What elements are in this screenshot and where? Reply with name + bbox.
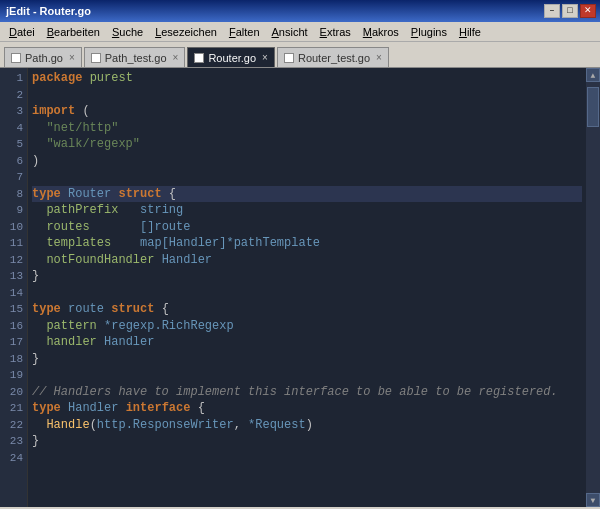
tab-router-test-go[interactable]: Router_test.go ×: [277, 47, 389, 67]
tab-close-icon[interactable]: ×: [69, 52, 75, 63]
menu-suche[interactable]: Suche: [107, 24, 148, 40]
tab-file-icon: [11, 53, 21, 63]
title-bar: jEdit - Router.go – □ ✕: [0, 0, 600, 22]
scroll-thumb[interactable]: [587, 87, 599, 127]
tab-label: Router.go: [208, 52, 256, 64]
scroll-down-button[interactable]: ▼: [586, 493, 600, 507]
tab-label: Path_test.go: [105, 52, 167, 64]
line-num-1: 1: [4, 70, 23, 87]
line-num-11: 11: [4, 235, 23, 252]
line-num-16: 16: [4, 318, 23, 335]
code-line-19: [32, 367, 582, 384]
code-line-4: "net/http": [32, 120, 582, 137]
tab-bar: Path.go × Path_test.go × Router.go × Rou…: [0, 42, 600, 68]
line-num-7: 7: [4, 169, 23, 186]
line-num-3: 3: [4, 103, 23, 120]
code-line-24: [32, 450, 582, 467]
menu-plugins[interactable]: Plugins: [406, 24, 452, 40]
line-num-19: 19: [4, 367, 23, 384]
code-line-16: pattern *regexp.RichRegexp: [32, 318, 582, 335]
scroll-up-button[interactable]: ▲: [586, 68, 600, 82]
line-num-21: 21: [4, 400, 23, 417]
code-line-13: }: [32, 268, 582, 285]
code-line-2: [32, 87, 582, 104]
code-line-23: }: [32, 433, 582, 450]
code-line-5: "walk/regexp": [32, 136, 582, 153]
line-num-17: 17: [4, 334, 23, 351]
line-num-18: 18: [4, 351, 23, 368]
code-editor[interactable]: package purest import ( "net/http" "walk…: [28, 68, 586, 507]
code-line-15: type route struct {: [32, 301, 582, 318]
code-line-18: }: [32, 351, 582, 368]
minimize-button[interactable]: –: [544, 4, 560, 18]
code-line-3: import (: [32, 103, 582, 120]
menu-makros[interactable]: Makros: [358, 24, 404, 40]
line-num-6: 6: [4, 153, 23, 170]
code-line-8: type Router struct {: [32, 186, 582, 203]
tab-label: Router_test.go: [298, 52, 370, 64]
menu-hilfe[interactable]: Hilfe: [454, 24, 486, 40]
editor-area: 1 2 3 4 5 6 7 8 9 10 11 12 13 14 15 16 1…: [0, 68, 600, 507]
scroll-track[interactable]: [586, 82, 600, 493]
line-num-20: 20: [4, 384, 23, 401]
line-num-12: 12: [4, 252, 23, 269]
line-numbers: 1 2 3 4 5 6 7 8 9 10 11 12 13 14 15 16 1…: [0, 68, 28, 507]
line-num-15: 15: [4, 301, 23, 318]
menu-lesezeichen[interactable]: Lesezeichen: [150, 24, 222, 40]
line-num-14: 14: [4, 285, 23, 302]
code-line-6: ): [32, 153, 582, 170]
line-num-9: 9: [4, 202, 23, 219]
vertical-scrollbar[interactable]: ▲ ▼: [586, 68, 600, 507]
line-num-5: 5: [4, 136, 23, 153]
line-num-23: 23: [4, 433, 23, 450]
line-num-2: 2: [4, 87, 23, 104]
close-button[interactable]: ✕: [580, 4, 596, 18]
code-line-21: type Handler interface {: [32, 400, 582, 417]
code-line-10: routes []route: [32, 219, 582, 236]
line-num-4: 4: [4, 120, 23, 137]
tab-close-icon[interactable]: ×: [376, 52, 382, 63]
code-line-20: // Handlers have to implement this inter…: [32, 384, 582, 401]
tab-close-icon[interactable]: ×: [262, 52, 268, 63]
tab-close-icon[interactable]: ×: [173, 52, 179, 63]
menu-ansicht[interactable]: Ansicht: [267, 24, 313, 40]
window-controls[interactable]: – □ ✕: [544, 4, 596, 18]
line-num-24: 24: [4, 450, 23, 467]
maximize-button[interactable]: □: [562, 4, 578, 18]
tab-path-test-go[interactable]: Path_test.go ×: [84, 47, 186, 67]
tab-label: Path.go: [25, 52, 63, 64]
code-line-12: notFoundHandler Handler: [32, 252, 582, 269]
code-line-9: pathPrefix string: [32, 202, 582, 219]
code-line-17: handler Handler: [32, 334, 582, 351]
tab-file-icon: [284, 53, 294, 63]
line-num-10: 10: [4, 219, 23, 236]
code-line-11: templates map[Handler]*pathTemplate: [32, 235, 582, 252]
code-line-14: [32, 285, 582, 302]
tab-router-go[interactable]: Router.go ×: [187, 47, 275, 67]
line-num-13: 13: [4, 268, 23, 285]
menu-bar: Datei Bearbeiten Suche Lesezeichen Falte…: [0, 22, 600, 42]
menu-datei[interactable]: Datei: [4, 24, 40, 40]
line-num-8: 8: [4, 186, 23, 203]
tab-file-icon: [194, 53, 204, 63]
menu-bearbeiten[interactable]: Bearbeiten: [42, 24, 105, 40]
code-line-22: Handle(http.ResponseWriter, *Request): [32, 417, 582, 434]
tab-file-icon: [91, 53, 101, 63]
menu-extras[interactable]: Extras: [315, 24, 356, 40]
code-line-1: package purest: [32, 70, 582, 87]
window-title: jEdit - Router.go: [6, 5, 91, 17]
line-num-22: 22: [4, 417, 23, 434]
tab-path-go[interactable]: Path.go ×: [4, 47, 82, 67]
code-line-7: [32, 169, 582, 186]
menu-falten[interactable]: Falten: [224, 24, 265, 40]
